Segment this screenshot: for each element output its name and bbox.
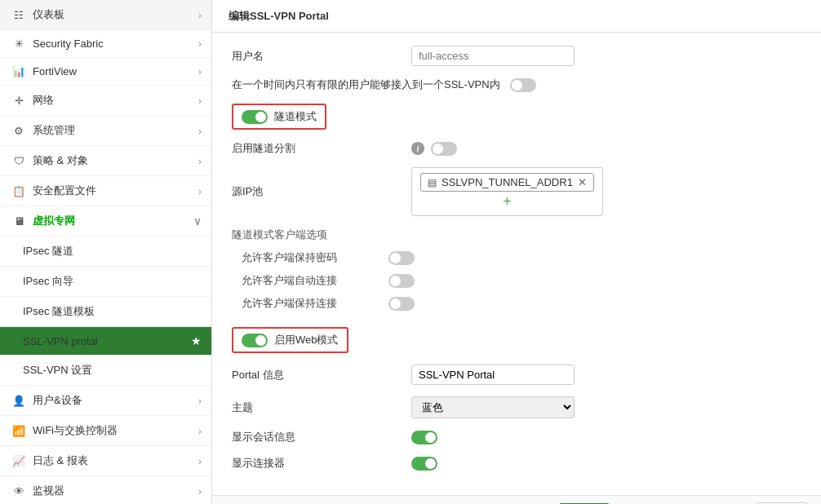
web-mode-section: 启用Web模式: [232, 327, 348, 353]
tag-icon: ▤: [428, 177, 437, 188]
sidebar-item-label: 虚拟专网: [33, 214, 75, 228]
show-connection-toggle[interactable]: [411, 457, 437, 471]
username-input[interactable]: [411, 46, 575, 66]
sidebar-item-security-fabric[interactable]: ✳ Security Fabric ›: [0, 30, 211, 58]
username-row: 用户名: [232, 46, 801, 66]
web-mode-toggle-track[interactable]: [242, 334, 268, 347]
chevron-right-icon: ›: [198, 65, 202, 77]
username-label: 用户名: [232, 49, 411, 64]
sidebar-item-label: FortiView: [33, 65, 77, 77]
show-connection-row: 显示连接器: [232, 456, 801, 471]
main-panel: 编辑SSL-VPN Portal 用户名 在一个时间内只有有限的用户能够接入到一…: [212, 0, 821, 504]
theme-select[interactable]: 蓝色 绿色 红色: [411, 396, 575, 418]
split-tunnel-row: 启用隧道分割 i: [232, 141, 801, 156]
sidebar-item-network[interactable]: ✛ 网络 ›: [0, 86, 211, 116]
allow-auto-connect-toggle[interactable]: [388, 274, 415, 288]
tunnel-mode-toggle[interactable]: [242, 110, 268, 124]
split-tunnel-toggle-track[interactable]: [431, 142, 457, 156]
info-icon: i: [411, 142, 424, 155]
chevron-right-icon: ›: [198, 395, 202, 407]
user-icon: 👤: [10, 395, 28, 407]
show-connection-toggle-track[interactable]: [411, 457, 437, 471]
chevron-down-icon: ∨: [193, 215, 202, 228]
theme-label: 主题: [232, 400, 411, 415]
ip-pool-box: ▤ SSLVPN_TUNNEL_ADDR1 ✕ +: [411, 167, 603, 216]
sidebar-item-wifi[interactable]: 📶 WiFi与交换控制器 ›: [0, 416, 211, 446]
show-session-label: 显示会话信息: [232, 430, 411, 444]
sidebar-item-label: 日志 & 报表: [33, 453, 88, 468]
sidebar-item-label: SSL-VPN protal: [23, 335, 98, 347]
sidebar-item-label: Security Fabric: [33, 38, 104, 50]
remove-ip-icon[interactable]: ✕: [578, 176, 587, 188]
portal-info-row: Portal 信息: [232, 365, 801, 385]
chevron-right-icon: ›: [198, 125, 202, 137]
sidebar-item-system[interactable]: ⚙ 系统管理 ›: [0, 116, 211, 146]
split-tunnel-label: 启用隧道分割: [232, 141, 411, 156]
sidebar-item-label: IPsec 向导: [23, 274, 73, 289]
sidebar-item-ipsec-template[interactable]: IPsec 隧道模板: [0, 297, 211, 327]
sidebar-item-policy[interactable]: 🛡 策略 & 对象 ›: [0, 146, 211, 176]
web-mode-label: 启用Web模式: [274, 333, 339, 347]
chevron-right-icon: ›: [198, 38, 202, 50]
sidebar-item-vpn[interactable]: 🖥 虚拟专网 ∨: [0, 206, 211, 237]
allow-save-password-label: 允许客户端保持密码: [242, 250, 388, 265]
allow-auto-connect-label: 允许客户端自动连接: [242, 273, 388, 288]
portal-info-input[interactable]: [411, 365, 575, 385]
sidebar-item-label: 网络: [33, 93, 54, 108]
allow-auto-connect-toggle-track[interactable]: [388, 274, 415, 288]
sidebar-item-label: WiFi与交换控制器: [33, 423, 118, 438]
limit-users-toggle-track[interactable]: [510, 78, 536, 92]
sidebar-item-ssl-vpn-settings[interactable]: SSL-VPN 设置: [0, 356, 211, 386]
allow-save-password-toggle[interactable]: [388, 251, 415, 265]
sidebar-item-security-profile[interactable]: 📋 安全配置文件 ›: [0, 176, 211, 206]
limit-users-row: 在一个时间内只有有限的用户能够接入到一个SSL-VPN内: [232, 77, 801, 92]
network-icon: ✛: [10, 95, 28, 107]
sidebar-item-label: SSL-VPN 设置: [23, 363, 92, 378]
sidebar: ☷ 仪表板 › ✳ Security Fabric › 📊 FortiView …: [0, 0, 212, 504]
sidebar-item-fortiview[interactable]: 📊 FortiView ›: [0, 58, 211, 86]
wifi-icon: 📶: [10, 425, 28, 437]
split-tunnel-toggle[interactable]: [431, 142, 457, 156]
allow-keep-connected-toggle-track[interactable]: [388, 297, 415, 311]
chart-icon: 📊: [10, 65, 28, 77]
limit-users-toggle[interactable]: [510, 78, 536, 92]
chevron-right-icon: ›: [198, 425, 202, 437]
source-ip-row: 源IP池 ▤ SSLVPN_TUNNEL_ADDR1 ✕ +: [232, 167, 801, 216]
allow-save-password-toggle-track[interactable]: [388, 251, 415, 265]
show-connection-label: 显示连接器: [232, 456, 411, 471]
chevron-right-icon: ›: [198, 485, 202, 497]
tunnel-mode-section: 隧道模式: [232, 104, 326, 130]
sidebar-item-label: 用户&设备: [33, 393, 82, 408]
tunnel-mode-label: 隧道模式: [274, 109, 317, 124]
allow-keep-connected-label: 允许客户端保持连接: [242, 296, 388, 311]
add-ip-button[interactable]: +: [420, 193, 594, 210]
allow-keep-connected-toggle[interactable]: [388, 297, 415, 311]
allow-save-password-row: 允许客户端保持密码: [232, 250, 801, 265]
sidebar-item-dashboard[interactable]: ☷ 仪表板 ›: [0, 0, 211, 30]
web-mode-toggle[interactable]: [242, 334, 268, 347]
allow-auto-connect-row: 允许客户端自动连接: [232, 273, 801, 288]
tunnel-mode-toggle-track[interactable]: [242, 110, 268, 124]
sidebar-item-label: 策略 & 对象: [33, 153, 88, 168]
file-shield-icon: 📋: [10, 185, 28, 197]
sidebar-item-label: 仪表板: [33, 7, 64, 22]
sidebar-item-ssl-vpn-portal[interactable]: SSL-VPN protal ★: [0, 327, 211, 356]
eye-icon: 👁: [10, 485, 28, 497]
bottom-bar: 确认 http://blog.csdn.net/no_37888039 取消: [212, 495, 821, 504]
sidebar-item-logs[interactable]: 📈 日志 & 报表 ›: [0, 446, 211, 476]
sidebar-item-label: 系统管理: [33, 123, 75, 138]
source-ip-label: 源IP池: [232, 184, 411, 199]
sidebar-item-label: IPsec 隧道模板: [23, 304, 95, 319]
ip-tag-label: SSLVPN_TUNNEL_ADDR1: [442, 176, 573, 188]
chevron-right-icon: ›: [198, 155, 202, 167]
tunnel-client-options-title: 隧道模式客户端选项: [232, 228, 801, 242]
ip-tag: ▤ SSLVPN_TUNNEL_ADDR1 ✕: [420, 173, 594, 192]
sidebar-item-monitor[interactable]: 👁 监视器 ›: [0, 476, 211, 504]
show-session-toggle[interactable]: [411, 431, 437, 444]
grid-icon: ☷: [10, 9, 28, 21]
limit-users-label: 在一个时间内只有有限的用户能够接入到一个SSL-VPN内: [232, 77, 500, 92]
sidebar-item-ipsec-tunnel[interactable]: IPsec 隧道: [0, 237, 211, 267]
sidebar-item-users[interactable]: 👤 用户&设备 ›: [0, 386, 211, 416]
show-session-toggle-track[interactable]: [411, 431, 437, 444]
sidebar-item-ipsec-wizard[interactable]: IPsec 向导: [0, 267, 211, 297]
